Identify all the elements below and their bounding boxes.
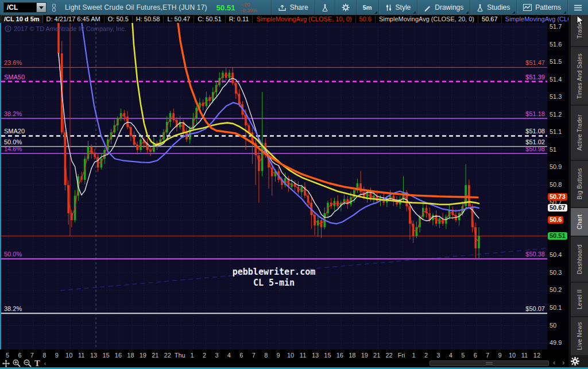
analyze-button[interactable] [315,0,335,15]
price-axis[interactable]: 51.751.651.551.451.351.251.15150.950.850… [547,23,568,349]
level-left-label: 50.0% [4,251,22,257]
level-right-label: $51.47 [525,59,545,66]
price-tick-label: 50.4 [550,251,562,258]
time-scrollbar[interactable] [430,360,549,366]
level-left-label: SMA20 [4,128,25,134]
chart-data-header: /CL 10 d 5m D: 4/21/17 6:45 AMO: 50.5H: … [0,15,588,23]
level-right-label: $50.38 [525,251,545,257]
symbol-dropdown-arrow[interactable] [37,2,47,13]
level-right-label: $51.18 [525,110,545,117]
chart-symbol-summary: /CL 10 d 5m [1,15,43,23]
style-icon [385,4,392,11]
price-tick-label: 51.6 [550,41,562,48]
ma-line [175,23,478,197]
level-left-label: 23.6% [4,59,22,66]
settings-button[interactable] [335,0,356,15]
style-button[interactable]: Style [378,0,417,15]
chart-zoom-tools: T ‹ [2,359,46,367]
patterns-button[interactable]: Patterns [516,0,567,15]
symbol-dropdown[interactable]: /CL [3,2,47,13]
price-tick-label: 49.9 [550,339,562,346]
link-icon[interactable] [51,3,57,12]
price-tick-label: 51.3 [550,93,562,100]
price-tick-label: 50 [550,322,556,329]
price-tick-label: 51.5 [550,58,562,65]
level-left-label: 38.2% [4,305,22,312]
price-tick-label: 51.4 [550,76,562,83]
zoom-in-icon[interactable] [13,359,21,367]
flask-icon [477,4,483,11]
header-field: SimpleMovingAvg (CLOSE, 20, 0) [376,16,478,23]
studies-button[interactable]: Studies [470,0,516,15]
instrument-title: Light Sweet Crude Oil Futures,ETH (JUN 1… [65,3,207,11]
price-bubble: 50.51 [548,232,567,240]
sidebar-tab-live-news[interactable]: Live News [571,317,588,355]
header-field: 50.6 [356,16,376,23]
sidebar-gear-icon[interactable] [571,357,579,368]
level-right-label: $51.02 [525,139,545,145]
price-tick-label: 50.1 [550,304,562,311]
share-icon [278,4,287,11]
share-button[interactable]: Share [271,0,315,15]
price-bubble: 50.73 [548,193,567,201]
pencil-icon [424,4,431,11]
zoom-out-icon[interactable] [24,359,32,367]
price-bubble: 50.67 [548,204,567,212]
scroll-arrows[interactable]: ‹ › [553,358,567,367]
price-tick-label: 51.1 [550,128,562,135]
price-tick-label: 50.3 [550,269,562,276]
copyright-notice: 2017 © TD Ameritrade IP Company, Inc. [5,25,126,32]
time-axis-bar: 56789101113151618192122Thu12346789101113… [0,349,568,369]
patterns-icon [523,4,532,11]
flask-icon [322,4,328,11]
drawings-button[interactable]: Drawings [417,0,470,15]
level-left-label: 14.6% [4,145,22,152]
price-tick-label: 51.7 [550,23,562,30]
toolbar-buttons: Share 5m Style Drawings Studies [271,0,588,15]
price-bubble: 50.6 [548,216,563,224]
price-tick-label: 51 [550,146,556,153]
header-field: SimpleMovingAvg (CLOSE, 10, 0) [253,16,355,23]
scrollbar-grip[interactable] [486,362,493,364]
right-sidebar: TradeTimes And SalesActive TraderBig But… [568,15,588,369]
sidebar-tab-dashboard[interactable]: Dashboard [571,237,588,282]
header-field: D: 4/21/17 6:45 AM [43,16,105,23]
level-left-label: 38.2% [4,110,22,117]
header-field: R: 0.11 [226,16,253,23]
level-right-label: $51.08 [525,128,545,134]
price-tick-label: 50.2 [550,286,562,293]
sidebar-tab-times-and-sales[interactable]: Times And Sales [571,47,588,105]
level-left-label: 50.0% [4,139,22,145]
last-price: 50.51 [216,3,235,12]
thinkorswim-chart-window: /CL Light Sweet Crude Oil Futures,ETH (J… [0,0,588,369]
candlestick-chart[interactable]: 23.6%$51.47SMA50$51.3938.2%$51.18SMA20$5… [1,23,548,349]
collapse-tools-icon[interactable]: ‹ [44,360,47,367]
sidebar-tab-big-buttons[interactable]: Big Buttons [571,161,588,207]
info-icon [5,25,11,32]
header-field: L: 50.47 [164,16,194,23]
header-field: 50.67 [478,16,502,23]
price-tick-label: 51.2 [550,111,562,118]
price-change: -.20 -0.39% [241,2,257,13]
level-right-label: $50.98 [525,145,545,152]
menu-button[interactable] [567,0,588,15]
text-tool-icon[interactable]: T [34,360,40,367]
header-field: C: 50.51 [194,16,226,23]
sidebar-tab-level-ii[interactable]: Level II [571,283,588,316]
sidebar-tab-chart[interactable]: Chart [571,208,588,236]
level-right-label: $50.07 [525,305,545,312]
level-right-label: $51.39 [525,74,545,80]
price-tick-label: 50.9 [550,163,562,170]
header-field: H: 50.58 [133,16,164,23]
chart-plot-area[interactable]: 23.6%$51.47SMA50$51.3938.2%$51.18SMA20$5… [0,23,547,349]
top-toolbar: /CL Light Sweet Crude Oil Futures,ETH (J… [0,0,588,15]
time-tick-label: 12 [529,352,544,359]
ma-line [131,23,479,205]
sidebar-tab-active-trader[interactable]: Active Trader [571,106,588,160]
mouse-cursor [577,16,585,28]
pan-icon[interactable] [2,360,10,367]
timeframe-button[interactable]: 5m [356,0,378,15]
menu-icon [574,5,582,11]
watermark: pebblewriter.com CL 5-min [225,267,323,289]
symbol-input[interactable]: /CL [3,2,37,13]
